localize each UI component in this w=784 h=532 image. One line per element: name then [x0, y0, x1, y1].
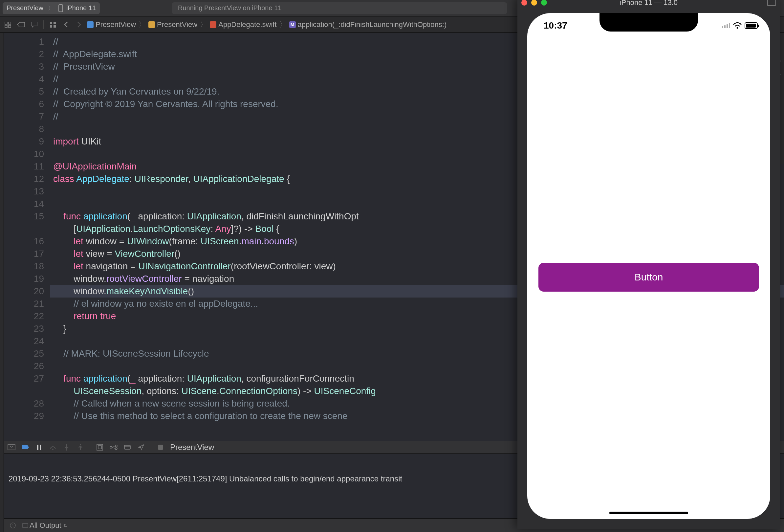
svg-line-26	[112, 446, 115, 447]
svg-rect-31	[158, 445, 163, 450]
svg-rect-15	[40, 445, 41, 450]
simulator-body: 10:37 Button	[517, 8, 780, 529]
separator	[90, 444, 90, 451]
chevron-right-icon: 〉	[48, 4, 54, 12]
tag-icon[interactable]	[16, 19, 26, 30]
main-button[interactable]: Button	[538, 263, 759, 291]
grid-icon[interactable]	[48, 19, 58, 30]
method-icon: M	[289, 21, 296, 28]
chevron-right-icon: 〉	[200, 20, 207, 30]
simulator-title: iPhone 11 — 13.0	[517, 0, 780, 7]
separator	[43, 20, 44, 29]
separator	[151, 444, 151, 451]
svg-rect-7	[50, 25, 52, 28]
svg-rect-6	[54, 22, 56, 24]
svg-point-18	[66, 449, 67, 451]
svg-rect-21	[97, 444, 103, 450]
svg-marker-13	[22, 445, 29, 449]
svg-rect-14	[37, 445, 38, 450]
debug-view-icon[interactable]	[95, 443, 104, 452]
output-filter[interactable]: All Output ⇅	[30, 521, 67, 530]
svg-line-34	[13, 526, 14, 526]
navigator-collapsed[interactable]	[0, 33, 4, 532]
svg-point-23	[110, 446, 112, 448]
swift-file-icon	[210, 21, 216, 28]
debug-target-name: PresentView	[170, 443, 214, 452]
memory-graph-icon[interactable]	[109, 443, 118, 452]
svg-rect-22	[98, 446, 102, 449]
app-icon	[156, 443, 165, 452]
home-indicator[interactable]	[609, 512, 688, 514]
comment-icon[interactable]	[29, 19, 39, 30]
folder-icon	[148, 21, 155, 28]
related-items-icon[interactable]	[3, 19, 13, 30]
phone-screen[interactable]: Button	[527, 13, 770, 519]
chevron-right-icon: 〉	[139, 20, 146, 30]
back-button[interactable]	[61, 19, 71, 30]
bc-file: AppDelegate.swift	[218, 20, 276, 29]
chevron-right-icon: 〉	[279, 20, 287, 30]
svg-rect-1	[8, 22, 11, 24]
svg-marker-4	[18, 22, 25, 27]
forward-button[interactable]	[74, 19, 84, 30]
svg-rect-3	[8, 25, 11, 28]
phone-frame: 10:37 Button	[527, 13, 770, 519]
device-icon	[58, 4, 63, 12]
breadcrumb[interactable]: PresentView 〉 PresentView 〉 AppDelegate.…	[87, 20, 447, 30]
project-icon	[87, 21, 93, 28]
location-icon[interactable]	[137, 443, 145, 452]
filter-icon[interactable]	[21, 521, 30, 530]
chevron-updown-icon: ⇅	[63, 523, 67, 528]
screenshot-icon[interactable]	[767, 0, 776, 6]
hide-debug-icon[interactable]	[7, 443, 16, 452]
svg-line-27	[112, 447, 115, 449]
line-gutter: 1234567891011121314151617181920212223242…	[4, 33, 50, 441]
svg-point-16	[52, 449, 54, 450]
bc-symbol: application(_:didFinishLaunchingWithOpti…	[298, 20, 447, 29]
bc-folder: PresentView	[157, 20, 197, 29]
scheme-selector[interactable]: PresentView 〉 iPhone 11	[3, 2, 100, 14]
notch	[599, 13, 698, 31]
simulator-titlebar[interactable]: iPhone 11 — 13.0	[517, 0, 780, 8]
scheme-name: PresentView	[6, 4, 43, 12]
activity-status: Running PresentView on iPhone 11	[172, 2, 507, 14]
breakpoint-toggle-icon[interactable]	[21, 443, 30, 452]
device-name: iPhone 11	[66, 4, 96, 12]
simulator-window[interactable]: iPhone 11 — 13.0 10:37 Button	[517, 0, 780, 529]
svg-point-20	[80, 444, 81, 445]
pause-icon[interactable]	[35, 443, 43, 452]
bc-project: PresentView	[95, 20, 136, 29]
auto-icon[interactable]	[8, 521, 17, 530]
svg-rect-0	[5, 22, 7, 24]
step-out-icon[interactable]	[76, 443, 85, 452]
svg-rect-8	[54, 25, 56, 28]
status-text: Running PresentView on iPhone 11	[178, 4, 281, 12]
step-into-icon[interactable]	[62, 443, 71, 452]
step-over-icon[interactable]	[49, 443, 57, 452]
svg-rect-2	[5, 25, 7, 28]
svg-marker-30	[139, 445, 144, 450]
environment-icon[interactable]	[123, 443, 132, 452]
svg-point-24	[115, 445, 117, 447]
svg-rect-28	[124, 445, 130, 449]
svg-rect-35	[23, 524, 28, 527]
svg-point-25	[115, 448, 117, 450]
svg-rect-5	[50, 22, 52, 24]
